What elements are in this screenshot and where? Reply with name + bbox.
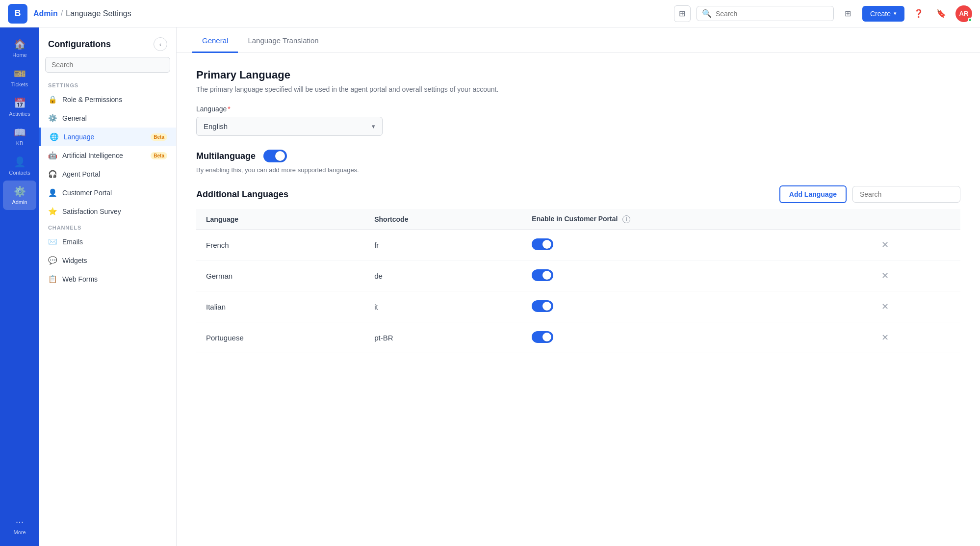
toggle-thumb bbox=[542, 240, 551, 249]
sidebar-item-web-forms[interactable]: 📋 Web Forms bbox=[39, 270, 176, 288]
form-icon: 📋 bbox=[48, 275, 57, 284]
language-beta-badge: Beta bbox=[151, 133, 167, 141]
table-row: French fr ✕ bbox=[196, 230, 960, 260]
delete-portuguese-button[interactable]: ✕ bbox=[879, 330, 891, 345]
sidebar-label-customer-portal: Customer Portal bbox=[62, 189, 167, 197]
global-search-input[interactable] bbox=[716, 10, 828, 18]
bookmark-button[interactable]: 🔖 bbox=[933, 5, 950, 22]
globe-icon: 🌐 bbox=[50, 132, 59, 141]
toggle-thumb bbox=[542, 302, 551, 311]
search-icon: 🔍 bbox=[702, 9, 712, 18]
avatar[interactable]: AR bbox=[955, 5, 972, 22]
nav-label-kb: KB bbox=[16, 140, 24, 146]
content-body: Primary Language The primary language sp… bbox=[177, 53, 980, 369]
col-customer-portal: Enable in Customer Portal i bbox=[522, 209, 869, 230]
filter-button[interactable]: ⊞ bbox=[840, 5, 856, 22]
delete-german-button[interactable]: ✕ bbox=[879, 268, 891, 283]
additional-lang-header: Additional Languages Add Language bbox=[196, 185, 960, 203]
toggle-thumb bbox=[275, 151, 285, 161]
toggle-thumb bbox=[542, 333, 551, 341]
primary-language-desc: The primary language specified will be u… bbox=[196, 85, 960, 93]
view-toggle-button[interactable]: ⊞ bbox=[674, 5, 691, 22]
breadcrumb-separator: / bbox=[61, 9, 63, 18]
language-table: Language Shortcode Enable in Customer Po… bbox=[196, 209, 960, 353]
gear-icon: ⚙️ bbox=[48, 114, 57, 123]
left-nav: 🏠 Home 🎫 Tickets 📅 Activities 📖 KB 👤 Con… bbox=[0, 27, 39, 546]
breadcrumb-admin[interactable]: Admin bbox=[33, 9, 58, 18]
nav-label-home: Home bbox=[12, 52, 26, 58]
nav-label-activities: Activities bbox=[9, 111, 30, 117]
additional-lang-actions: Add Language bbox=[779, 185, 960, 203]
sidebar-item-widgets[interactable]: 💬 Widgets bbox=[39, 251, 176, 270]
email-icon: ✉️ bbox=[48, 237, 57, 246]
shortcode-cell: it bbox=[364, 291, 522, 322]
language-field-label: Language* bbox=[196, 105, 960, 113]
sidebar-label-agent-portal: Agent Portal bbox=[62, 170, 167, 178]
portuguese-toggle[interactable] bbox=[532, 331, 553, 343]
sidebar-label-ai: Artificial Intelligence bbox=[62, 152, 146, 159]
sidebar-label-language: Language bbox=[64, 133, 146, 141]
sidebar-label-role-permissions: Role & Permissions bbox=[62, 96, 167, 104]
tab-general[interactable]: General bbox=[192, 27, 238, 53]
sidebar-item-satisfaction-survey[interactable]: ⭐ Satisfaction Survey bbox=[39, 202, 176, 221]
add-language-button[interactable]: Add Language bbox=[779, 185, 847, 203]
create-button[interactable]: Create ▾ bbox=[862, 6, 904, 22]
col-actions bbox=[870, 209, 960, 230]
italian-toggle[interactable] bbox=[532, 300, 553, 312]
delete-cell: ✕ bbox=[870, 230, 960, 260]
star-icon: ⭐ bbox=[48, 207, 57, 216]
sidebar-item-tickets[interactable]: 🎫 Tickets bbox=[3, 63, 36, 92]
tickets-icon: 🎫 bbox=[14, 68, 26, 79]
additional-lang-search-input[interactable] bbox=[852, 186, 960, 203]
sidebar-item-language[interactable]: 🌐 Language Beta bbox=[39, 128, 176, 146]
multilanguage-toggle[interactable] bbox=[263, 150, 287, 162]
sidebar-item-contacts[interactable]: 👤 Contacts bbox=[3, 151, 36, 181]
sidebar-search-input[interactable] bbox=[45, 57, 170, 73]
language-selected-value: English bbox=[204, 122, 228, 130]
help-button[interactable]: ❓ bbox=[910, 5, 927, 22]
delete-cell: ✕ bbox=[870, 260, 960, 291]
table-row: German de ✕ bbox=[196, 260, 960, 291]
sidebar-item-ai[interactable]: 🤖 Artificial Intelligence Beta bbox=[39, 146, 176, 165]
lock-icon: 🔒 bbox=[48, 95, 57, 104]
sidebar-item-emails[interactable]: ✉️ Emails bbox=[39, 233, 176, 251]
nav-more-button[interactable]: ··· More bbox=[3, 511, 36, 540]
sidebar-item-kb[interactable]: 📖 KB bbox=[3, 122, 36, 151]
delete-cell: ✕ bbox=[870, 322, 960, 353]
sidebar-item-admin[interactable]: ⚙️ Admin bbox=[3, 181, 36, 210]
tab-bar: General Language Translation bbox=[177, 27, 980, 53]
sidebar-item-general[interactable]: ⚙️ General bbox=[39, 109, 176, 128]
admin-icon: ⚙️ bbox=[14, 185, 26, 197]
sidebar-label-emails: Emails bbox=[62, 238, 167, 246]
sidebar-item-role-permissions[interactable]: 🔒 Role & Permissions bbox=[39, 90, 176, 109]
more-icon: ··· bbox=[16, 516, 24, 527]
language-cell: Portuguese bbox=[196, 322, 364, 353]
german-toggle[interactable] bbox=[532, 269, 553, 281]
sidebar-collapse-button[interactable]: ‹ bbox=[154, 37, 167, 51]
additional-lang-title: Additional Languages bbox=[196, 189, 288, 200]
additional-languages-section: Additional Languages Add Language Langua… bbox=[196, 185, 960, 353]
sidebar-label-general: General bbox=[62, 114, 167, 122]
breadcrumb-page: Language Settings bbox=[66, 9, 131, 18]
language-dropdown[interactable]: English ▾ bbox=[196, 117, 383, 136]
sidebar-item-agent-portal[interactable]: 🎧 Agent Portal bbox=[39, 165, 176, 183]
table-row: Italian it ✕ bbox=[196, 291, 960, 322]
delete-cell: ✕ bbox=[870, 291, 960, 322]
language-cell: German bbox=[196, 260, 364, 291]
chevron-down-icon: ▾ bbox=[894, 10, 897, 17]
shortcode-cell: pt-BR bbox=[364, 322, 522, 353]
app-logo[interactable]: B bbox=[8, 4, 27, 24]
sidebar-item-home[interactable]: 🏠 Home bbox=[3, 33, 36, 63]
sidebar-item-customer-portal[interactable]: 👤 Customer Portal bbox=[39, 183, 176, 202]
french-toggle[interactable] bbox=[532, 238, 553, 250]
sidebar-item-activities[interactable]: 📅 Activities bbox=[3, 92, 36, 122]
shortcode-cell: fr bbox=[364, 230, 522, 260]
language-cell: Italian bbox=[196, 291, 364, 322]
ai-beta-badge: Beta bbox=[151, 152, 167, 159]
global-search-wrap: 🔍 bbox=[696, 6, 834, 21]
toggle-cell bbox=[522, 322, 869, 353]
delete-french-button[interactable]: ✕ bbox=[879, 237, 891, 252]
shortcode-cell: de bbox=[364, 260, 522, 291]
delete-italian-button[interactable]: ✕ bbox=[879, 299, 891, 314]
tab-language-translation[interactable]: Language Translation bbox=[238, 27, 328, 53]
